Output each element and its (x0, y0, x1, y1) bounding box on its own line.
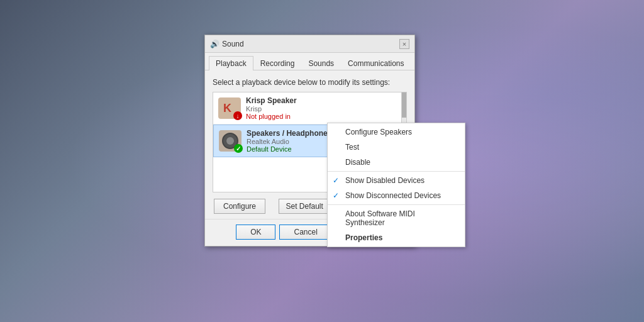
krisp-device-icon: K ↓ (218, 97, 241, 119)
menu-item-configure-speakers[interactable]: Configure Speakers (328, 125, 465, 140)
menu-separator-2 (328, 204, 465, 205)
krisp-device-status: Not plugged in (246, 113, 297, 120)
device-item-krisp[interactable]: K ↓ Krisp Speaker Krisp Not plugged in (213, 92, 406, 125)
menu-item-show-disabled[interactable]: Show Disabled Devices (328, 173, 465, 188)
window-title: Sound (222, 40, 244, 48)
speakers-status-badge: ✓ (234, 144, 243, 153)
krisp-device-driver: Krisp (246, 105, 297, 113)
svg-text:K: K (223, 102, 231, 114)
title-bar-left: 🔊 Sound (210, 40, 244, 48)
menu-separator-1 (328, 171, 465, 172)
tab-playback[interactable]: Playback (209, 56, 253, 70)
menu-item-about-midi[interactable]: About Software MIDI Synthesizer (328, 206, 465, 230)
sound-window-icon: 🔊 (210, 40, 219, 48)
configure-button[interactable]: Configure (214, 199, 265, 214)
tab-recording[interactable]: Recording (253, 56, 302, 70)
krisp-device-info: Krisp Speaker Krisp Not plugged in (246, 96, 297, 120)
speakers-device-icon: ✓ (219, 130, 242, 152)
speakers-device-info: Speakers / Headphones Realtek Audio Defa… (247, 129, 331, 153)
tab-communications[interactable]: Communications (341, 56, 411, 70)
context-menu: Configure Speakers Test Disable Show Dis… (327, 123, 465, 247)
menu-item-properties[interactable]: Properties (328, 230, 465, 245)
set-default-label: Set Default (279, 199, 329, 213)
speakers-device-status: Default Device (247, 145, 331, 153)
menu-item-disable[interactable]: Disable (328, 155, 465, 170)
instruction-text: Select a playback device below to modify… (213, 78, 407, 87)
tab-bar: Playback Recording Sounds Communications (205, 53, 414, 70)
krisp-status-badge: ↓ (233, 111, 242, 120)
tab-sounds[interactable]: Sounds (301, 56, 341, 70)
title-bar: 🔊 Sound × (205, 35, 414, 53)
close-button[interactable]: × (399, 39, 409, 49)
menu-item-show-disconnected[interactable]: Show Disconnected Devices (328, 188, 465, 203)
menu-item-test[interactable]: Test (328, 140, 465, 155)
speakers-device-name: Speakers / Headphones (247, 129, 331, 138)
speakers-device-driver: Realtek Audio (247, 138, 331, 145)
cancel-button[interactable]: Cancel (279, 225, 331, 240)
krisp-device-name: Krisp Speaker (246, 96, 297, 105)
ok-button[interactable]: OK (236, 225, 275, 240)
scrollbar-thumb[interactable] (402, 92, 407, 118)
